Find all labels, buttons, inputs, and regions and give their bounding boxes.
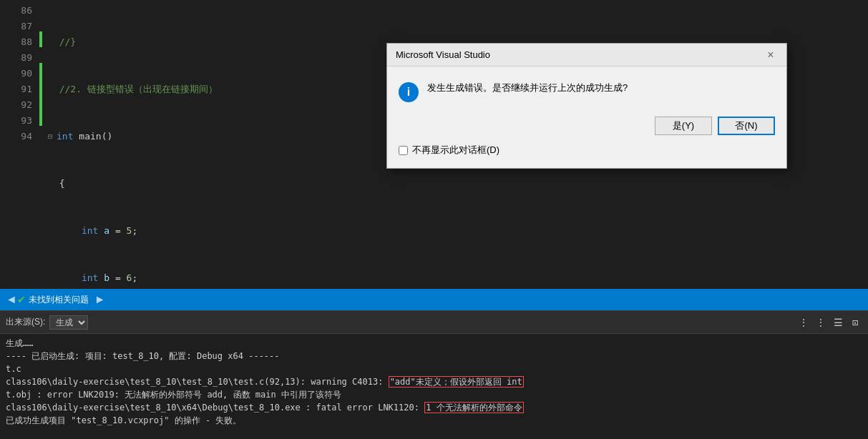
output-line-6: class106\daily-exercise\test_8_10\x64\De… (6, 401, 862, 414)
dialog-yes-button[interactable]: 是(Y) (655, 117, 712, 135)
code-line-89: { (48, 176, 868, 192)
output-line-5: t.obj : error LNK2019: 无法解析的外部符号 add, 函数… (6, 388, 862, 401)
status-right-arrow[interactable]: ► (94, 293, 106, 306)
dont-show-label: 不再显示此对话框(D) (412, 144, 499, 157)
toolbar-icon-1[interactable]: ⋮ (796, 315, 811, 330)
error-highlight: 1 个无法解析的外部命令 (424, 402, 523, 413)
dialog-content: i 发生生成错误。是否继续并运行上次的成功生成? (399, 81, 775, 102)
dialog-checkbox-row: 不再显示此对话框(D) (399, 144, 775, 157)
output-line-4: class106\daily-exercise\test_8_10\test_8… (6, 375, 862, 388)
dialog-titlebar: Microsoft Visual Studio × (387, 44, 786, 66)
status-check-icon: ✔ (17, 294, 26, 305)
toolbar-icon-list[interactable]: ☰ (831, 315, 845, 330)
output-line-2: ---- 已启动生成: 项目: test_8_10, 配置: Debug x64… (6, 350, 862, 362)
code-line-90: int a = 5; (48, 223, 868, 239)
status-bar: ◄ ✔ 未找到相关问题 ► (0, 289, 868, 310)
toolbar-icon-2[interactable]: ⋮ (814, 315, 828, 330)
bottom-panel: 出来源(S): 生成 ⋮ ⋮ ☰ ⊡ 生成…… ---- 已启动生成: 项目: … (0, 310, 868, 439)
dont-show-checkbox[interactable] (399, 146, 408, 155)
info-icon: i (399, 82, 419, 102)
toolbar-icons: ⋮ ⋮ ☰ ⊡ (796, 315, 862, 330)
panel-output: 生成…… ---- 已启动生成: 项目: test_8_10, 配置: Debu… (0, 334, 868, 439)
dialog-title: Microsoft Visual Studio (396, 49, 490, 60)
dialog-body: i 发生生成错误。是否继续并运行上次的成功生成? 是(Y) 否(N) 不再显示此… (387, 66, 786, 168)
dialog-no-button[interactable]: 否(N) (718, 117, 775, 135)
dialog-close-button[interactable]: × (764, 48, 778, 62)
line-numbers: 86 87 88 89 90 91 92 93 94 (0, 0, 39, 289)
dialog-message: 发生生成错误。是否继续并运行上次的成功生成? (427, 81, 628, 95)
source-label: 出来源(S): (6, 316, 45, 328)
source-select[interactable]: 生成 (49, 315, 88, 330)
warning-highlight: "add"未定义；假设外部返回 int (389, 376, 524, 388)
output-line-1: 生成…… (6, 337, 862, 350)
output-line-3: t.c (6, 362, 862, 375)
status-left-arrow[interactable]: ◄ (6, 293, 17, 306)
status-no-issues: 未找到相关问题 (29, 294, 89, 306)
code-line-91: int b = 6; (48, 270, 868, 286)
dialog-buttons: 是(Y) 否(N) (399, 117, 775, 135)
toolbar-icon-filter[interactable]: ⊡ (848, 315, 862, 330)
output-line-7: 已成功生成项目 "test_8_10.vcxproj" 的操作 - 失败。 (6, 414, 862, 427)
vs-dialog: Microsoft Visual Studio × i 发生生成错误。是否继续并… (386, 43, 787, 169)
panel-toolbar: 出来源(S): 生成 ⋮ ⋮ ☰ ⊡ (0, 311, 868, 334)
